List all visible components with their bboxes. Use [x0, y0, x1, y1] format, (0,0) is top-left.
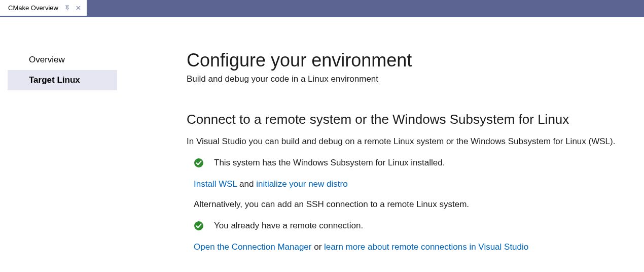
wsl-links-row: Install WSL and initialize your new dist…	[194, 179, 634, 189]
connection-links-row: Open the Connection Manager or learn mor…	[194, 242, 634, 252]
sidebar-item-label: Target Linux	[29, 75, 80, 85]
sidebar-item-target-linux[interactable]: Target Linux	[8, 70, 117, 90]
learn-more-link[interactable]: learn more about remote connections in V…	[324, 242, 528, 252]
section-heading: Connect to a remote system or the Window…	[187, 112, 634, 127]
status-wsl-installed: This system has the Windows Subsystem fo…	[194, 158, 634, 168]
close-icon[interactable]	[75, 4, 83, 12]
status-remote-connection: You already have a remote connection.	[194, 221, 634, 231]
check-icon	[194, 158, 204, 168]
install-wsl-link[interactable]: Install WSL	[194, 179, 237, 189]
sidebar-item-overview[interactable]: Overview	[8, 50, 117, 70]
svg-point-1	[194, 221, 203, 230]
sidebar-item-label: Overview	[29, 55, 65, 64]
page-subtitle: Build and debug your code in a Linux env…	[187, 74, 634, 84]
status-text: You already have a remote connection.	[214, 221, 363, 231]
page-title: Configure your environment	[187, 50, 634, 71]
or-text: or	[312, 242, 325, 252]
section-intro: In Visual Studio you can build and debug…	[187, 135, 634, 148]
titlebar: CMake Overview	[0, 0, 644, 16]
pin-icon[interactable]	[63, 4, 71, 12]
check-icon	[194, 221, 204, 231]
content-area: Overview Target Linux Configure your env…	[0, 16, 644, 272]
sidebar: Overview Target Linux	[8, 50, 117, 90]
status-text: This system has the Windows Subsystem fo…	[214, 158, 445, 168]
svg-point-0	[194, 158, 203, 167]
open-connection-manager-link[interactable]: Open the Connection Manager	[194, 242, 312, 252]
tab-title: CMake Overview	[8, 4, 58, 12]
alt-text: Alternatively, you can add an SSH connec…	[194, 198, 634, 211]
initialize-distro-link[interactable]: initialize your new distro	[256, 179, 347, 189]
and-text: and	[237, 179, 256, 189]
document-tab[interactable]: CMake Overview	[0, 0, 87, 16]
main-content: Configure your environment Build and deb…	[187, 17, 644, 252]
